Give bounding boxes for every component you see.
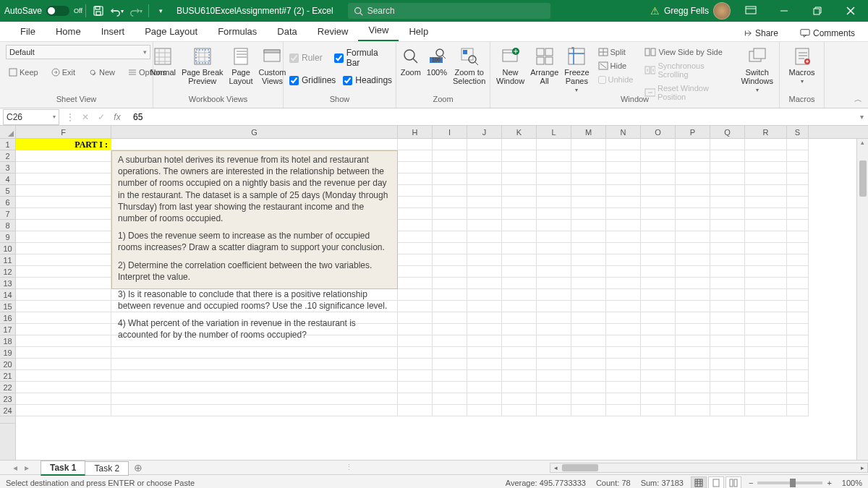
- formula-more-icon[interactable]: ⋮: [65, 111, 75, 123]
- cell[interactable]: [710, 393, 745, 405]
- cell[interactable]: [641, 370, 676, 382]
- cell[interactable]: [16, 347, 111, 359]
- cell[interactable]: [710, 335, 745, 347]
- tab-file[interactable]: File: [10, 22, 46, 41]
- cell[interactable]: [398, 347, 433, 359]
- cell[interactable]: [641, 254, 676, 266]
- cell[interactable]: [467, 266, 502, 278]
- row-header[interactable]: 19: [0, 347, 15, 359]
- cell[interactable]: [467, 278, 502, 289]
- cell[interactable]: [571, 243, 606, 254]
- cell[interactable]: [467, 243, 502, 254]
- cell[interactable]: [641, 231, 676, 243]
- cell[interactable]: [676, 370, 710, 382]
- cell[interactable]: [16, 150, 111, 162]
- cell[interactable]: [433, 382, 467, 393]
- cell[interactable]: [606, 197, 641, 208]
- cell[interactable]: [398, 243, 433, 254]
- cell[interactable]: [502, 370, 537, 382]
- cell[interactable]: [571, 162, 606, 174]
- cell[interactable]: [467, 208, 502, 220]
- cell[interactable]: [745, 231, 787, 243]
- cell[interactable]: [537, 393, 571, 405]
- cell[interactable]: [676, 197, 710, 208]
- cell[interactable]: [537, 174, 571, 185]
- row-header[interactable]: 3: [0, 162, 15, 174]
- cell[interactable]: [606, 254, 641, 266]
- cell[interactable]: [433, 289, 467, 301]
- cell[interactable]: [433, 220, 467, 231]
- restore-icon[interactable]: [804, 0, 830, 22]
- cell[interactable]: [398, 278, 433, 289]
- zoom-slider[interactable]: [757, 481, 822, 484]
- cell[interactable]: [398, 289, 433, 301]
- cell[interactable]: [571, 185, 606, 197]
- column-header[interactable]: G: [111, 126, 398, 138]
- cell[interactable]: [745, 335, 787, 347]
- minimize-icon[interactable]: [771, 0, 797, 22]
- cell[interactable]: [571, 335, 606, 347]
- unhide-button[interactable]: Unhide: [595, 74, 637, 85]
- cell[interactable]: [571, 289, 606, 301]
- cell[interactable]: [16, 405, 111, 416]
- cell[interactable]: [571, 393, 606, 405]
- cell[interactable]: [537, 208, 571, 220]
- zoom-in-button[interactable]: +: [827, 479, 831, 487]
- qat-customize-icon[interactable]: ▾: [155, 4, 168, 17]
- split-button[interactable]: Split: [595, 46, 637, 58]
- cell[interactable]: [641, 312, 676, 324]
- cell[interactable]: [676, 335, 710, 347]
- cell[interactable]: [606, 266, 641, 278]
- cell[interactable]: [710, 359, 745, 370]
- cell[interactable]: [787, 405, 809, 416]
- cell[interactable]: [433, 324, 467, 335]
- cell[interactable]: [433, 150, 467, 162]
- new-window-button[interactable]: New Window: [496, 46, 524, 85]
- cell[interactable]: [641, 393, 676, 405]
- cell[interactable]: [502, 382, 537, 393]
- ruler-checkbox[interactable]: Ruler: [289, 53, 323, 63]
- undo-icon[interactable]: ▾: [111, 4, 124, 17]
- cell[interactable]: [710, 185, 745, 197]
- cell[interactable]: [676, 208, 710, 220]
- cell[interactable]: [571, 139, 606, 150]
- cell[interactable]: [745, 382, 787, 393]
- cell[interactable]: [787, 393, 809, 405]
- cell[interactable]: [537, 335, 571, 347]
- cell[interactable]: [606, 370, 641, 382]
- cell[interactable]: [467, 197, 502, 208]
- cell[interactable]: [537, 347, 571, 359]
- cell[interactable]: [787, 324, 809, 335]
- cell[interactable]: [111, 393, 398, 405]
- cell[interactable]: [502, 347, 537, 359]
- cell[interactable]: [787, 370, 809, 382]
- cell[interactable]: [16, 185, 111, 197]
- cell[interactable]: [710, 278, 745, 289]
- cell[interactable]: [787, 289, 809, 301]
- column-header[interactable]: P: [676, 126, 710, 138]
- sheet-nav-next-icon[interactable]: ▸: [25, 463, 29, 473]
- cell[interactable]: [398, 405, 433, 416]
- cell[interactable]: [571, 370, 606, 382]
- row-header[interactable]: 21: [0, 370, 15, 382]
- horizontal-scrollbar[interactable]: ◂ ▸: [550, 463, 868, 473]
- cell[interactable]: [111, 139, 398, 150]
- cell[interactable]: [606, 347, 641, 359]
- normal-view-button[interactable]: Normal: [150, 46, 176, 77]
- cell[interactable]: [606, 359, 641, 370]
- cell[interactable]: [16, 312, 111, 324]
- cell[interactable]: [641, 324, 676, 335]
- autosave-toggle[interactable]: [46, 6, 69, 16]
- cell[interactable]: [398, 174, 433, 185]
- cell[interactable]: [571, 266, 606, 278]
- close-icon[interactable]: [838, 0, 864, 22]
- cell[interactable]: [787, 150, 809, 162]
- column-header[interactable]: H: [398, 126, 433, 138]
- tab-formulas[interactable]: Formulas: [208, 22, 267, 41]
- cell[interactable]: [467, 312, 502, 324]
- row-header[interactable]: 5: [0, 185, 15, 197]
- ribbon-display-icon[interactable]: [738, 0, 764, 22]
- keep-button[interactable]: Keep: [6, 67, 41, 78]
- cell[interactable]: [676, 139, 710, 150]
- page-break-button[interactable]: Page Break Preview: [182, 46, 223, 85]
